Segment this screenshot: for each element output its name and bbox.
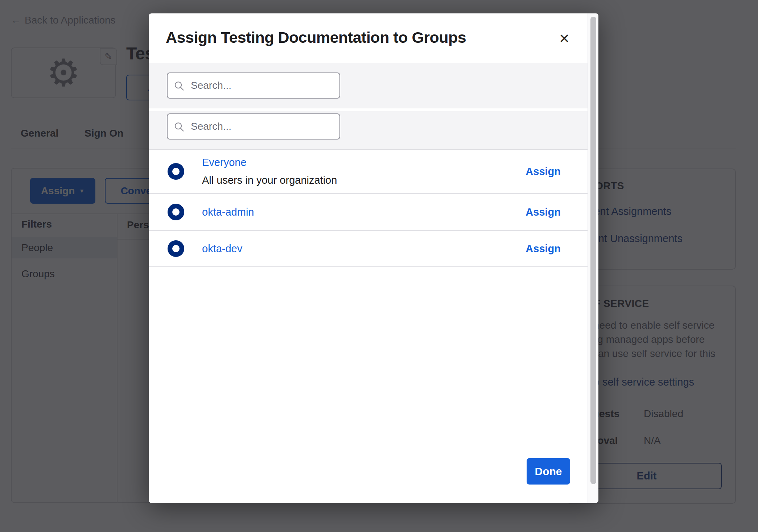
assign-group-link[interactable]: Assign xyxy=(526,206,561,218)
search-icon xyxy=(173,80,185,92)
group-icon xyxy=(168,204,184,220)
okta-admin-screen: ← Back to Applications ⚙ ✎ Testing Docum… xyxy=(0,0,758,532)
done-button[interactable]: Done xyxy=(527,458,570,485)
group-name-link[interactable]: okta-admin xyxy=(202,206,254,218)
group-row-okta-dev: okta-dev Assign xyxy=(149,231,588,267)
group-row-okta-admin: okta-admin Assign xyxy=(149,194,588,231)
group-name-link[interactable]: Everyone xyxy=(202,157,337,169)
search-icon xyxy=(173,121,185,133)
group-list-search-input[interactable] xyxy=(167,113,340,140)
close-icon[interactable]: ✕ xyxy=(554,29,574,49)
assign-to-groups-modal: Assign Testing Documentation to Groups ✕ xyxy=(149,13,598,503)
modal-title: Assign Testing Documentation to Groups xyxy=(166,29,466,46)
assign-group-link[interactable]: Assign xyxy=(526,166,561,178)
modal-scrollbar-track xyxy=(588,13,598,503)
group-description: All users in your organization xyxy=(202,174,337,186)
modal-search-input[interactable] xyxy=(167,72,340,99)
group-icon xyxy=(168,163,184,180)
group-list-search-box xyxy=(167,113,340,140)
modal-search-band xyxy=(149,63,588,108)
modal-search-box xyxy=(167,72,340,99)
modal-scrollbar-thumb[interactable] xyxy=(590,17,596,484)
group-list-search-band xyxy=(149,111,588,150)
group-icon xyxy=(168,240,184,257)
assign-group-link[interactable]: Assign xyxy=(526,243,561,255)
group-name-link[interactable]: okta-dev xyxy=(202,243,242,255)
group-row-everyone: Everyone All users in your organization … xyxy=(149,150,588,194)
